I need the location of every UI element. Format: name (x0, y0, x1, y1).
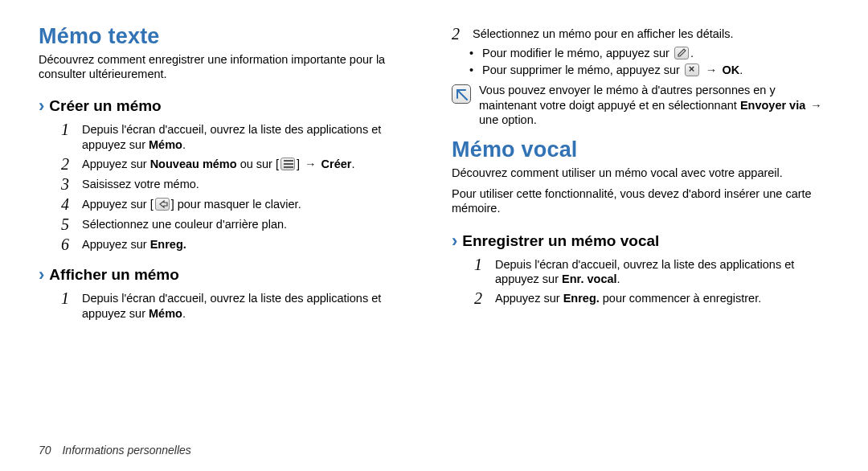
footer-section-label: Informations personnelles (62, 444, 190, 457)
bullet-row: • Pour supprimer le mémo, appuyez sur → … (469, 63, 829, 78)
bullet-text: Pour modifier le mémo, appuyez sur (482, 47, 673, 59)
step-number: 1 (474, 256, 492, 273)
section-title-memo-texte: Mémo texte (39, 24, 416, 49)
step-text: . (352, 158, 355, 170)
step-bold: Enr. vocal (562, 272, 617, 285)
subsection-title-label: Enregistrer un mémo vocal (462, 232, 659, 250)
note-text: une option. (479, 113, 537, 126)
bullet-dot: • (469, 46, 482, 61)
step-text: Depuis l'écran d'accueil, ouvrez la list… (82, 123, 381, 151)
step-number: 2 (452, 26, 469, 43)
page-number: 70 (39, 444, 51, 457)
right-column: 2 Sélectionnez un mémo pour en afficher … (452, 24, 829, 325)
note-block: Vous pouvez envoyer le mémo à d'autres p… (452, 83, 829, 129)
step-number: 1 (61, 121, 79, 138)
step-number: 1 (61, 290, 79, 307)
note-bold: Envoyer via (740, 99, 805, 112)
bullet-text: Pour supprimer le mémo, appuyez sur (482, 63, 683, 76)
step-bold: Nouveau mémo (150, 158, 237, 170)
step-row: 4 Appuyez sur [] pour masquer le clavier… (61, 196, 416, 213)
intro-text: Découvrez comment enregistrer une inform… (39, 52, 416, 81)
pencil-icon (674, 47, 689, 59)
step-text: . (182, 138, 186, 151)
arrow-icon: → (303, 158, 318, 170)
note-icon-wrap (452, 83, 479, 108)
note-info-icon (452, 84, 471, 104)
step-bold: Mémo (149, 138, 182, 151)
step-bold: Créer (321, 158, 352, 170)
step-body: Sélectionnez un mémo pour en afficher le… (473, 26, 829, 42)
step-text: Appuyez sur (82, 158, 150, 170)
step-number: 3 (61, 176, 79, 193)
page-footer: 70 Informations personnelles (39, 444, 191, 457)
close-icon (685, 63, 699, 76)
back-icon (155, 198, 170, 211)
step-text: pour commencer à enregistrer. (600, 292, 761, 305)
step-body: Saisissez votre mémo. (82, 176, 416, 192)
step-row: 2 Appuyez sur Enreg. pour commencer à en… (474, 290, 829, 307)
step-text: Appuyez sur (82, 238, 150, 251)
step-text: Depuis l'écran d'accueil, ouvrez la list… (495, 258, 794, 286)
step-text: ou sur [ (237, 158, 279, 170)
bullet-body: Pour modifier le mémo, appuyez sur . (482, 46, 829, 61)
step-text: Appuyez sur (495, 292, 563, 305)
subsection-afficher-memo: › Afficher un mémo (39, 264, 416, 285)
step-number: 6 (61, 236, 79, 253)
step-body: Appuyez sur Enreg. pour commencer à enre… (495, 290, 829, 306)
step-text: Depuis l'écran d'accueil, ouvrez la list… (82, 292, 381, 320)
bullet-bold: OK (722, 63, 739, 76)
note-body: Vous pouvez envoyer le mémo à d'autres p… (479, 83, 829, 129)
step-text: . (182, 307, 186, 320)
bullet-text: . (690, 47, 694, 59)
svg-rect-2 (284, 166, 293, 168)
subsection-enregistrer-vocal: › Enregistrer un mémo vocal (452, 231, 829, 252)
step-number: 4 (61, 196, 79, 213)
bullet-body: Pour supprimer le mémo, appuyez sur → OK… (482, 63, 829, 78)
svg-rect-0 (284, 160, 293, 162)
section-title-memo-vocal: Mémo vocal (452, 137, 829, 162)
step-row: 2 Appuyez sur Nouveau mémo ou sur [] → C… (61, 156, 416, 173)
step-body: Depuis l'écran d'accueil, ouvrez la list… (82, 290, 416, 322)
page-columns: Mémo texte Découvrez comment enregistrer… (39, 24, 829, 325)
step-bold: Enreg. (563, 292, 600, 305)
step-body: Depuis l'écran d'accueil, ouvrez la list… (495, 256, 829, 288)
arrow-icon: → (809, 99, 824, 112)
intro-text: Pour utiliser cette fonctionnalité, vous… (452, 186, 829, 215)
step-body: Appuyez sur Nouveau mémo ou sur [] → Cré… (82, 156, 416, 172)
step-row: 3 Saisissez votre mémo. (61, 176, 416, 193)
step-text: ] (297, 158, 303, 170)
left-column: Mémo texte Découvrez comment enregistrer… (39, 24, 416, 325)
step-body: Depuis l'écran d'accueil, ouvrez la list… (82, 121, 416, 153)
step-bold: Mémo (149, 307, 182, 320)
step-row: 1 Depuis l'écran d'accueil, ouvrez la li… (61, 290, 416, 322)
subsection-title-label: Afficher un mémo (49, 266, 179, 284)
step-row: 5 Sélectionnez une couleur d'arrière pla… (61, 216, 416, 233)
step-body: Sélectionnez une couleur d'arrière plan. (82, 216, 416, 232)
note-text: Vous pouvez envoyer le mémo à d'autres p… (479, 84, 776, 112)
menu-icon (280, 158, 295, 170)
step-row: 1 Depuis l'écran d'accueil, ouvrez la li… (474, 256, 829, 288)
bullet-row: • Pour modifier le mémo, appuyez sur . (469, 46, 829, 61)
step-body: Appuyez sur [] pour masquer le clavier. (82, 196, 416, 212)
chevron-icon: › (452, 231, 457, 252)
step-number: 2 (474, 290, 492, 307)
step-row: 2 Sélectionnez un mémo pour en afficher … (452, 26, 829, 43)
subsection-title-label: Créer un mémo (49, 97, 161, 115)
step-number: 5 (61, 216, 79, 233)
step-text: Appuyez sur [ (82, 198, 154, 211)
arrow-icon: → (704, 63, 719, 76)
step-body: Appuyez sur Enreg. (82, 236, 416, 252)
intro-text: Découvrez comment utiliser un mémo vocal… (452, 166, 829, 180)
step-text: ] pour masquer le clavier. (171, 198, 301, 211)
chevron-icon: › (39, 96, 44, 117)
step-row: 6 Appuyez sur Enreg. (61, 236, 416, 253)
step-bold: Enreg. (150, 238, 186, 251)
bullet-text: . (739, 63, 743, 76)
chevron-icon: › (39, 264, 44, 285)
step-number: 2 (61, 156, 79, 173)
svg-rect-1 (284, 163, 293, 165)
step-text: . (617, 272, 620, 285)
step-row: 1 Depuis l'écran d'accueil, ouvrez la li… (61, 121, 416, 153)
bullet-dot: • (469, 63, 482, 78)
subsection-creer-memo: › Créer un mémo (39, 96, 416, 117)
